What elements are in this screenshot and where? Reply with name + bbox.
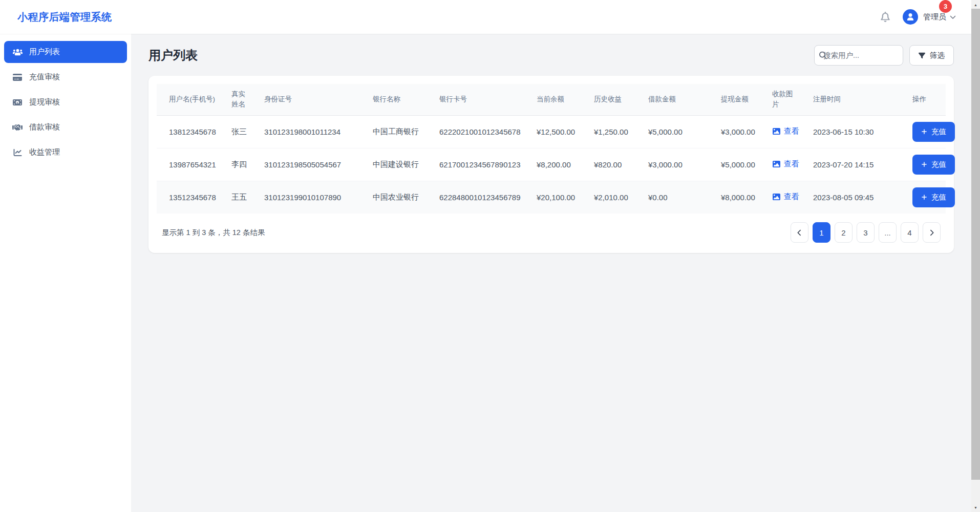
sidebar-item-label: 收益管理 <box>29 147 60 157</box>
col-balance: 当前余额 <box>530 84 588 115</box>
search-box <box>814 45 903 66</box>
col-card-number: 银行卡号 <box>433 84 530 115</box>
cell-actions: 充值 <box>906 181 946 214</box>
sidebar-item-recharge-review[interactable]: 充值审核 <box>4 66 127 88</box>
view-image-link[interactable]: 查看 <box>772 159 799 169</box>
cell-bank-name: 中国建设银行 <box>367 148 433 181</box>
cell-registered-at: 2023-08-05 09:45 <box>807 181 906 214</box>
credit-card-icon <box>12 73 23 81</box>
cell-payment-image: 查看 <box>766 181 807 214</box>
table-header-row: 用户名(手机号) 真实姓名 身份证号 银行名称 银行卡号 当前余额 历史收益 借… <box>157 84 946 115</box>
main-header: 用户列表 筛选 <box>148 45 954 66</box>
next-page-button[interactable] <box>923 222 941 243</box>
table-row: 13987654321 李四 310123198505054567 中国建设银行… <box>157 148 946 181</box>
col-registered-at: 注册时间 <box>807 84 906 115</box>
chevron-left-icon <box>796 229 803 236</box>
cell-real-name: 张三 <box>225 115 258 148</box>
cell-withdraw: ¥8,000.00 <box>715 181 766 214</box>
cell-balance: ¥12,500.00 <box>530 115 588 148</box>
scrollbar[interactable]: ▲ ▼ <box>971 0 980 512</box>
view-label: 查看 <box>784 159 799 169</box>
cell-actions: 充值 <box>906 148 946 181</box>
chart-line-icon <box>12 148 23 157</box>
avatar[interactable] <box>903 9 918 25</box>
recharge-label: 充值 <box>931 193 946 202</box>
cell-phone: 13512345678 <box>157 181 225 214</box>
plus-icon <box>921 194 927 200</box>
page-ellipsis[interactable]: ... <box>879 222 897 243</box>
col-profit: 历史收益 <box>588 84 642 115</box>
app-title: 小程序后端管理系统 <box>17 10 112 24</box>
sidebar-item-label: 充值审核 <box>29 72 60 82</box>
table-row: 13812345678 张三 310123198001011234 中国工商银行… <box>157 115 946 148</box>
cell-id-number: 310123198505054567 <box>258 148 367 181</box>
view-label: 查看 <box>784 192 799 202</box>
cell-loan: ¥5,000.00 <box>642 115 715 148</box>
pagination: 1 2 3 ... 4 <box>791 222 941 243</box>
search-input[interactable] <box>814 45 903 66</box>
recharge-button[interactable]: 充值 <box>912 187 955 207</box>
cell-id-number: 310123198001011234 <box>258 115 367 148</box>
user-name[interactable]: 管理员 <box>923 12 946 22</box>
page-button-1[interactable]: 1 <box>813 222 830 243</box>
main-content: 用户列表 筛选 <box>131 34 971 512</box>
cell-registered-at: 2023-07-20 14:15 <box>807 148 906 181</box>
cell-registered-at: 2023-06-15 10:30 <box>807 115 906 148</box>
plus-icon <box>921 161 927 167</box>
col-loan: 借款金额 <box>642 84 715 115</box>
bell-icon[interactable] <box>880 12 890 22</box>
image-icon <box>772 193 781 201</box>
cell-card-number: 6222021001012345678 <box>433 115 530 148</box>
page-button-2[interactable]: 2 <box>835 222 853 243</box>
cell-phone: 13987654321 <box>157 148 225 181</box>
sidebar-item-loan-review[interactable]: 借款审核 <box>4 116 127 138</box>
chevron-down-icon[interactable] <box>950 14 956 20</box>
page-title: 用户列表 <box>148 47 198 63</box>
sidebar-item-label: 借款审核 <box>29 122 60 132</box>
cell-profit: ¥1,250.00 <box>588 115 642 148</box>
image-icon <box>772 127 781 135</box>
sidebar-item-users[interactable]: 用户列表 <box>4 41 127 63</box>
col-actions: 操作 <box>906 84 946 115</box>
filter-label: 筛选 <box>930 51 945 60</box>
image-icon <box>772 160 781 168</box>
view-image-link[interactable]: 查看 <box>772 192 799 202</box>
page-button-3[interactable]: 3 <box>857 222 875 243</box>
cell-loan: ¥0.00 <box>642 181 715 214</box>
cell-withdraw: ¥3,000.00 <box>715 115 766 148</box>
chevron-right-icon <box>928 229 935 236</box>
col-withdraw: 提现金额 <box>715 84 766 115</box>
col-real-name: 真实姓名 <box>225 84 258 115</box>
filter-icon <box>919 52 925 59</box>
page-button-4[interactable]: 4 <box>901 222 919 243</box>
header-actions: 筛选 <box>814 45 954 66</box>
recharge-button[interactable]: 充值 <box>912 155 955 175</box>
cell-payment-image: 查看 <box>766 148 807 181</box>
table-row: 13512345678 王五 310123199010107890 中国农业银行… <box>157 181 946 214</box>
cell-card-number: 6228480010123456789 <box>433 181 530 214</box>
cell-profit: ¥820.00 <box>588 148 642 181</box>
table-footer: 显示第 1 到 3 条，共 12 条结果 1 2 3 ... 4 <box>157 214 946 250</box>
topbar: 小程序后端管理系统 管理员 <box>0 0 971 34</box>
scrollbar-down-arrow[interactable]: ▼ <box>971 503 980 511</box>
cell-bank-name: 中国工商银行 <box>367 115 433 148</box>
prev-page-button[interactable] <box>791 222 808 243</box>
cell-id-number: 310123199010107890 <box>258 181 367 214</box>
filter-button[interactable]: 筛选 <box>909 45 954 66</box>
plus-icon <box>921 129 927 135</box>
layout: 用户列表 充值审核 提现审核 借款审核 <box>0 34 971 512</box>
recharge-button[interactable]: 充值 <box>912 122 955 142</box>
scrollbar-up-arrow[interactable]: ▲ <box>971 1 980 9</box>
sidebar-item-profit-management[interactable]: 收益管理 <box>4 141 127 163</box>
recharge-label: 充值 <box>931 127 946 137</box>
cell-balance: ¥20,100.00 <box>530 181 588 214</box>
user-icon <box>907 13 914 20</box>
users-icon <box>12 48 23 56</box>
notification-badge: 3 <box>939 0 952 13</box>
app-root: 小程序后端管理系统 管理员 3 用户列表 <box>0 0 971 512</box>
sidebar: 用户列表 充值审核 提现审核 借款审核 <box>0 34 131 512</box>
handshake-icon <box>12 123 23 132</box>
sidebar-item-withdraw-review[interactable]: 提现审核 <box>4 91 127 113</box>
view-image-link[interactable]: 查看 <box>772 126 799 136</box>
scrollbar-thumb[interactable] <box>971 9 980 480</box>
